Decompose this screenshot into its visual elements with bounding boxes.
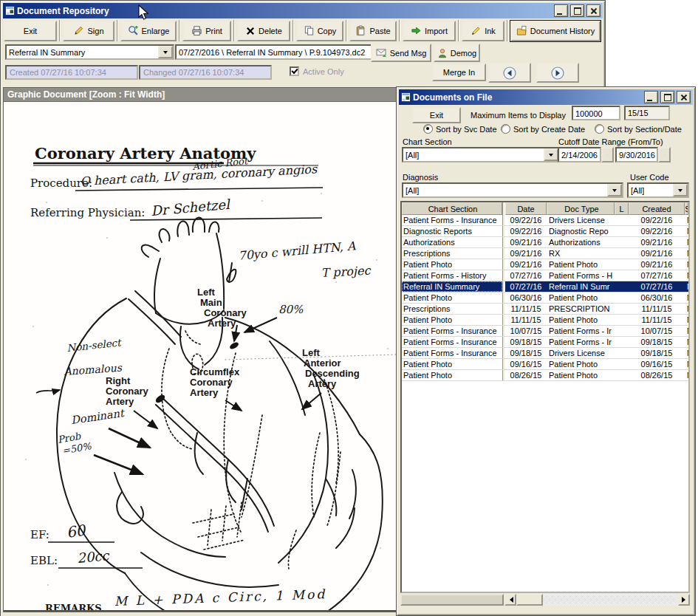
scrollbar-thumb[interactable] bbox=[516, 594, 543, 606]
files-exit-button[interactable]: Exit bbox=[412, 107, 461, 123]
cell-s[interactable]: N bbox=[685, 337, 688, 347]
cell-chart-section[interactable]: Patient Photo bbox=[402, 292, 502, 303]
cutoff-from-calendar-button[interactable] bbox=[601, 147, 614, 162]
cell-date[interactable]: 09/21/16 bbox=[505, 259, 547, 270]
cell-created[interactable]: 09/22/16 bbox=[629, 226, 685, 236]
col-header-s[interactable]: S bbox=[685, 202, 688, 215]
demog-button[interactable]: Demog bbox=[434, 44, 480, 62]
cell-s[interactable]: N bbox=[685, 359, 688, 369]
scrollbar-track[interactable] bbox=[543, 594, 678, 606]
cell-chart-section[interactable]: Authorizations bbox=[402, 237, 502, 247]
cell-l[interactable] bbox=[615, 292, 629, 303]
cell-s[interactable]: N bbox=[685, 237, 688, 247]
cell-l[interactable] bbox=[615, 259, 629, 270]
cell-created[interactable]: 07/27/16 bbox=[629, 281, 685, 292]
merge-in-button[interactable]: Merge In bbox=[432, 64, 486, 81]
cell-doc-type[interactable]: Patient Photo bbox=[547, 315, 615, 325]
cell-date[interactable]: 07/27/16 bbox=[505, 281, 547, 292]
cell-chart-section[interactable]: Patient Forms - Insurance bbox=[402, 215, 502, 225]
cell-doc-type[interactable]: Diagnostic Repo bbox=[547, 226, 615, 236]
cell-date[interactable]: 09/21/16 bbox=[505, 248, 547, 259]
cell-chart-section[interactable]: Patient Forms - Insurance bbox=[402, 337, 502, 347]
cutoff-to-field[interactable]: 9/30/2016 bbox=[615, 147, 658, 162]
cell-l[interactable] bbox=[615, 348, 629, 358]
cutoff-to-calendar-button[interactable] bbox=[658, 147, 671, 162]
cell-date[interactable]: 11/11/15 bbox=[505, 315, 547, 325]
paste-button[interactable]: Paste bbox=[349, 21, 397, 41]
minimize-button[interactable] bbox=[554, 4, 568, 17]
cell-l[interactable] bbox=[615, 359, 629, 369]
cell-created[interactable]: 07/27/16 bbox=[629, 270, 685, 281]
cell-l[interactable] bbox=[615, 226, 629, 236]
cell-l[interactable] bbox=[615, 248, 629, 259]
cell-date[interactable]: 07/27/16 bbox=[505, 270, 547, 281]
cell-doc-type[interactable]: PRESCRIPTION bbox=[547, 304, 615, 314]
cell-created[interactable]: 11/11/15 bbox=[629, 315, 685, 325]
table-row[interactable]: Referral IN Summary 07/27/16 Referral IN… bbox=[402, 281, 688, 292]
cell-s[interactable]: N bbox=[685, 315, 688, 325]
cell-s[interactable]: N bbox=[685, 226, 688, 236]
cell-doc-type[interactable]: Patient Forms - Ir bbox=[547, 326, 615, 336]
cell-l[interactable] bbox=[615, 370, 629, 380]
table-row[interactable]: Patient Photo 11/11/15 Patient Photo 11/… bbox=[402, 315, 688, 326]
cell-s[interactable]: N bbox=[685, 248, 688, 259]
cell-l[interactable] bbox=[615, 270, 629, 281]
active-only-checkbox[interactable]: Active Only bbox=[290, 66, 344, 76]
sort-by-svc-date-radio[interactable]: Sort by Svc Date bbox=[423, 124, 497, 134]
table-row[interactable]: Patient Photo 06/30/16 Patient Photo 06/… bbox=[402, 292, 688, 304]
cell-l[interactable] bbox=[615, 337, 629, 347]
cell-doc-type[interactable]: Patient Forms - H bbox=[547, 270, 615, 281]
table-row[interactable]: Patient Forms - Insurance 09/22/16 Drive… bbox=[402, 215, 688, 226]
copy-button[interactable]: Copy bbox=[296, 21, 343, 41]
cell-l[interactable] bbox=[615, 281, 629, 292]
cell-date[interactable]: 09/16/15 bbox=[505, 359, 547, 369]
document-type-select[interactable]: Referral IN Summary bbox=[5, 44, 174, 60]
import-button[interactable]: Import bbox=[403, 21, 456, 41]
cell-l[interactable] bbox=[615, 237, 629, 247]
table-row[interactable]: Patient Forms - History 07/27/16 Patient… bbox=[402, 270, 688, 281]
cell-created[interactable]: 10/07/15 bbox=[629, 326, 685, 336]
cell-s[interactable]: N bbox=[685, 259, 688, 270]
table-row[interactable]: Patient Photo 08/26/15 Patient Photo 08/… bbox=[402, 370, 688, 381]
cell-created[interactable]: 08/26/15 bbox=[629, 370, 685, 380]
cell-date[interactable]: 09/21/16 bbox=[505, 237, 547, 247]
cell-chart-section[interactable]: Prescriptions bbox=[402, 304, 502, 314]
cell-doc-type[interactable]: Patient Photo bbox=[547, 292, 615, 303]
cell-chart-section[interactable]: Patient Forms - Insurance bbox=[402, 326, 502, 336]
cell-l[interactable] bbox=[615, 304, 629, 314]
table-row[interactable]: Authorizations 09/21/16 Authorizations 0… bbox=[402, 237, 688, 248]
cell-created[interactable]: 09/22/16 bbox=[629, 215, 685, 225]
next-document-button[interactable] bbox=[536, 63, 579, 83]
cell-l[interactable] bbox=[615, 215, 629, 225]
cell-created[interactable]: 06/30/16 bbox=[629, 292, 685, 303]
cell-doc-type[interactable]: Authorizations bbox=[547, 237, 615, 247]
table-row[interactable]: Prescriptions 11/11/15 PRESCRIPTION 11/1… bbox=[402, 304, 688, 315]
cell-chart-section[interactable]: Patient Photo bbox=[402, 259, 502, 270]
repo-titlebar[interactable]: Document Repository bbox=[3, 3, 603, 18]
cell-date[interactable]: 08/26/15 bbox=[505, 370, 547, 380]
scroll-right-button[interactable] bbox=[678, 594, 690, 606]
col-header-doc-type[interactable]: Doc Type bbox=[547, 202, 615, 215]
cell-s[interactable]: N bbox=[685, 292, 688, 303]
cell-doc-type[interactable]: Referral IN Sumr bbox=[547, 281, 615, 292]
cell-created[interactable]: 09/21/16 bbox=[629, 259, 685, 270]
col-header-l[interactable]: L bbox=[615, 202, 629, 215]
cell-date[interactable]: 06/30/16 bbox=[505, 292, 547, 303]
diagnosis-select[interactable]: [All] bbox=[402, 182, 623, 198]
col-header-created[interactable]: Created bbox=[629, 202, 685, 215]
cell-s[interactable]: N bbox=[685, 270, 688, 281]
cell-doc-type[interactable]: RX bbox=[547, 248, 615, 259]
cell-date[interactable]: 10/07/15 bbox=[505, 326, 547, 336]
cell-created[interactable]: 09/21/16 bbox=[629, 237, 685, 247]
cell-s[interactable]: N bbox=[685, 348, 688, 358]
cell-date[interactable]: 11/11/15 bbox=[505, 304, 547, 314]
chart-section-select[interactable]: [All] bbox=[402, 147, 560, 162]
cell-s[interactable]: N bbox=[685, 215, 688, 225]
max-items-input[interactable] bbox=[572, 106, 620, 120]
cell-chart-section[interactable]: Patient Photo bbox=[402, 370, 502, 380]
cell-chart-section[interactable]: Diagnostic Reports bbox=[402, 226, 502, 236]
cell-chart-section[interactable]: Referral IN Summary bbox=[402, 281, 502, 292]
dropdown-button[interactable] bbox=[158, 46, 173, 58]
table-h-scrollbar[interactable] bbox=[400, 594, 690, 606]
previous-document-button[interactable] bbox=[488, 63, 531, 83]
